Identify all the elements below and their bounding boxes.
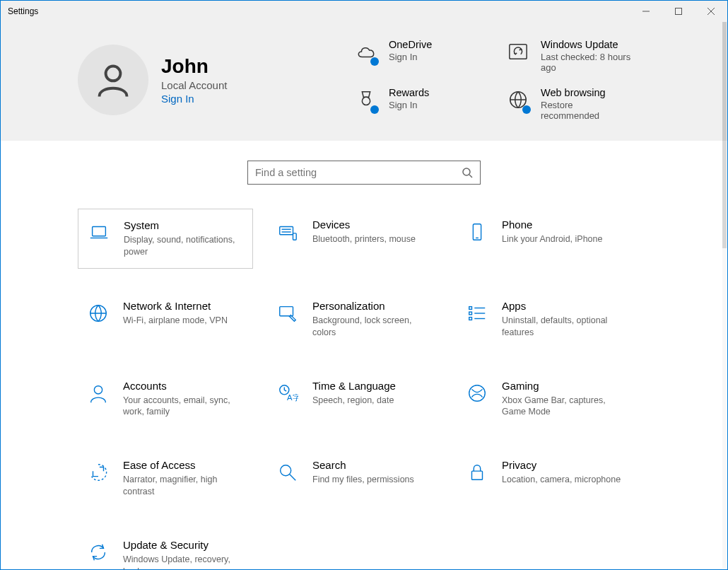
status-dot: [370, 105, 379, 114]
minimize-button[interactable]: [630, 1, 662, 22]
category-update-security[interactable]: Update & Security Windows Update, recove…: [78, 529, 253, 570]
tile-rewards[interactable]: Rewards Sign In: [353, 87, 498, 121]
status-dot: [522, 105, 531, 114]
category-title: Personalization: [312, 300, 433, 312]
globe-icon: [86, 301, 110, 325]
tile-title: Rewards: [389, 87, 429, 98]
category-title: Phone: [502, 219, 602, 231]
maximize-button[interactable]: [662, 1, 695, 22]
xbox-icon: [465, 381, 489, 405]
category-sub: Background, lock screen, colors: [312, 315, 433, 339]
tile-title: OneDrive: [389, 39, 432, 50]
svg-rect-1: [676, 8, 682, 15]
category-title: Privacy: [502, 459, 621, 471]
svg-point-29: [469, 385, 486, 401]
svg-point-4: [106, 66, 121, 81]
search-input[interactable]: [255, 167, 462, 178]
category-title: Apps: [502, 300, 622, 312]
category-ease-of-access[interactable]: Ease of Access Narrator, magnifier, high…: [78, 449, 253, 508]
category-devices[interactable]: Devices Bluetooth, printers, mouse: [267, 209, 442, 269]
titlebar: Settings: [1, 1, 727, 22]
category-apps[interactable]: Apps Uninstall, defaults, optional featu…: [457, 290, 632, 349]
svg-point-30: [281, 465, 291, 476]
svg-rect-19: [280, 306, 293, 315]
categories-area: System Display, sound, notifications, po…: [1, 199, 727, 570]
category-network[interactable]: Network & Internet Wi-Fi, airplane mode,…: [78, 290, 253, 349]
svg-point-26: [94, 385, 102, 393]
profile-block: John Local Account Sign In: [78, 39, 332, 121]
category-sub: Narrator, magnifier, high contrast: [123, 474, 243, 498]
refresh-icon: [507, 41, 529, 62]
person-icon: [86, 381, 110, 405]
category-sub: Location, camera, microphone: [502, 474, 621, 486]
profile-signin-link[interactable]: Sign In: [161, 93, 227, 105]
category-search[interactable]: Search Find my files, permissions: [267, 449, 442, 508]
search-box[interactable]: [247, 161, 481, 185]
category-sub: Find my files, permissions: [312, 474, 414, 486]
apps-list-icon: [465, 301, 489, 325]
category-system[interactable]: System Display, sound, notifications, po…: [78, 209, 253, 269]
category-gaming[interactable]: Gaming Xbox Game Bar, captures, Game Mod…: [457, 370, 632, 429]
phone-icon: [465, 220, 489, 244]
category-title: Network & Internet: [123, 300, 228, 312]
category-sub: Uninstall, defaults, optional features: [502, 315, 622, 339]
category-title: Accounts: [123, 380, 243, 392]
sync-icon: [86, 540, 110, 564]
svg-rect-12: [280, 227, 293, 235]
svg-text:A字: A字: [287, 393, 298, 402]
category-phone[interactable]: Phone Link your Android, iPhone: [457, 209, 632, 269]
tile-sub: Last checked: 8 hours ago: [541, 52, 633, 73]
category-sub: Xbox Game Bar, captures, Game Mode: [502, 395, 622, 419]
scrollbar[interactable]: [722, 22, 727, 569]
profile-name: John: [161, 55, 227, 78]
category-time-language[interactable]: A字 Time & Language Speech, region, date: [267, 370, 442, 429]
tile-sub: Sign In: [389, 100, 429, 110]
category-sub: Display, sound, notifications, power: [124, 234, 244, 258]
svg-line-9: [469, 175, 472, 178]
category-sub: Bluetooth, printers, mouse: [312, 233, 416, 245]
svg-point-6: [362, 97, 370, 105]
tile-title: Web browsing: [541, 87, 633, 98]
category-title: Ease of Access: [123, 459, 243, 471]
category-title: Update & Security: [123, 539, 243, 551]
svg-rect-22: [469, 312, 472, 315]
close-button[interactable]: [695, 1, 727, 22]
paintbrush-icon: [276, 301, 300, 325]
status-dot: [370, 57, 379, 66]
tile-onedrive[interactable]: OneDrive Sign In: [353, 39, 498, 73]
category-privacy[interactable]: Privacy Location, camera, microphone: [457, 449, 632, 508]
category-personalization[interactable]: Personalization Background, lock screen,…: [267, 290, 442, 349]
accessibility-icon: [86, 460, 110, 484]
tile-title: Windows Update: [541, 39, 633, 50]
search-icon: [462, 167, 473, 178]
category-title: Search: [312, 459, 414, 471]
header: John Local Account Sign In OneDrive Sign…: [1, 22, 727, 141]
window-title: Settings: [8, 6, 38, 16]
svg-rect-20: [469, 306, 472, 309]
category-sub: Speech, region, date: [312, 395, 396, 407]
tile-web-browsing[interactable]: Web browsing Restore recommended: [505, 87, 650, 121]
avatar[interactable]: [78, 45, 148, 115]
category-title: System: [124, 219, 244, 231]
lock-icon: [465, 460, 489, 484]
profile-account-type: Local Account: [161, 79, 227, 91]
person-icon: [95, 62, 131, 98]
category-title: Gaming: [502, 380, 622, 392]
scrollbar-thumb[interactable]: [722, 22, 727, 248]
keyboard-icon: [276, 220, 300, 244]
search-area: [1, 141, 727, 199]
tile-sub: Sign In: [389, 52, 432, 62]
svg-rect-24: [469, 317, 472, 320]
tile-sub: Restore recommended: [541, 100, 633, 121]
category-sub: Wi-Fi, airplane mode, VPN: [123, 315, 228, 327]
category-sub: Windows Update, recovery, backup: [123, 554, 243, 570]
svg-rect-32: [472, 471, 483, 479]
category-title: Devices: [312, 219, 416, 231]
svg-rect-15: [293, 233, 297, 240]
svg-point-8: [463, 168, 470, 175]
category-accounts[interactable]: Accounts Your accounts, email, sync, wor…: [78, 370, 253, 429]
tile-windows-update[interactable]: Windows Update Last checked: 8 hours ago: [505, 39, 650, 73]
category-title: Time & Language: [312, 380, 396, 392]
search-icon: [276, 460, 300, 484]
svg-line-31: [290, 475, 295, 480]
